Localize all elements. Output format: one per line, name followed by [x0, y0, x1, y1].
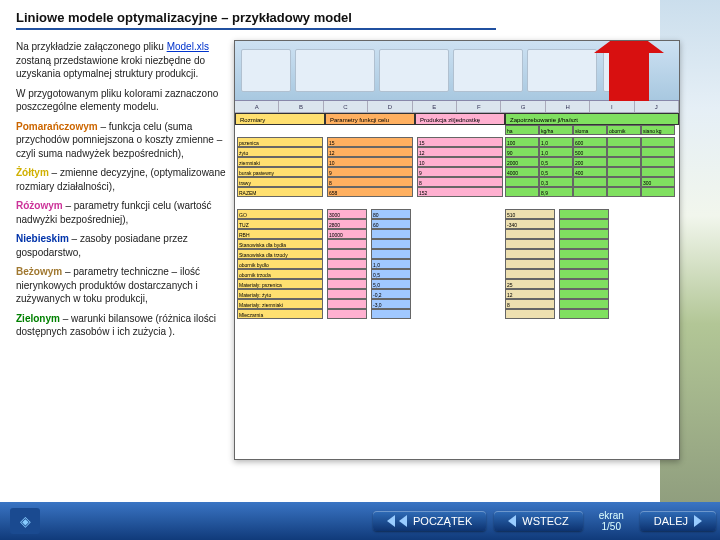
- cell: [641, 147, 675, 157]
- spreadsheet-grid: ABCDEFGHIJ Rozmiary Parametry funkcji ce…: [235, 101, 679, 459]
- cell: [641, 187, 675, 197]
- cell: [573, 177, 607, 187]
- cell: słoma: [573, 125, 607, 135]
- lbl-beige: Beżowym: [16, 266, 62, 277]
- cell: 658: [327, 187, 413, 197]
- cell: [327, 309, 367, 319]
- cell: 10000: [327, 229, 367, 239]
- cell: 80: [371, 209, 411, 219]
- intro-b: zostaną przedstawione kroki niezbędne do…: [16, 55, 205, 80]
- cell: [505, 239, 555, 249]
- body-text: Na przykładzie załączonego pliku Model.x…: [16, 40, 226, 345]
- cell: 9: [327, 167, 413, 177]
- cell: RBH: [237, 229, 323, 239]
- excel-screenshot: ABCDEFGHIJ Rozmiary Parametry funkcji ce…: [234, 40, 680, 460]
- cell: [607, 157, 641, 167]
- cell: 8: [505, 299, 555, 309]
- back-icon: [508, 515, 516, 527]
- cell: [505, 229, 555, 239]
- cell: [607, 187, 641, 197]
- cell: 25: [505, 279, 555, 289]
- nav-back-button[interactable]: WSTECZ: [494, 511, 582, 531]
- cell: 100: [505, 137, 539, 147]
- ekran-label: ekran: [599, 510, 624, 521]
- cell: 2800: [327, 219, 367, 229]
- cell: 152: [417, 187, 503, 197]
- page-number: 1/50: [599, 521, 624, 532]
- cell: [607, 137, 641, 147]
- nav-next-label: DALEJ: [654, 515, 688, 527]
- model-link[interactable]: Model.xls: [167, 41, 209, 52]
- ribbon-group: [453, 49, 523, 92]
- cell: [559, 279, 609, 289]
- cell: [641, 157, 675, 167]
- cell: 15: [327, 137, 413, 147]
- cell: 3000: [327, 209, 367, 219]
- intro-2: W przygotowanym pliku kolorami zaznaczon…: [16, 87, 226, 114]
- cell: TUZ: [237, 219, 323, 229]
- cell: 510: [505, 209, 555, 219]
- nav-next-button[interactable]: DALEJ: [640, 511, 716, 531]
- cell: -340: [505, 219, 555, 229]
- cell: trawy: [237, 177, 323, 187]
- cell: [505, 187, 539, 197]
- cell: [327, 249, 367, 259]
- cell: [327, 289, 367, 299]
- cell: pszenica: [237, 137, 323, 147]
- cell: 1,0: [371, 259, 411, 269]
- cell: obornik: [607, 125, 641, 135]
- cell: 500: [573, 147, 607, 157]
- cell: 0,3: [539, 177, 573, 187]
- nav-back-label: WSTECZ: [522, 515, 568, 527]
- cell: [559, 269, 609, 279]
- cell: Materiały: pszenica: [237, 279, 323, 289]
- cell: Mleczarnia: [237, 309, 323, 319]
- ribbon-group: [527, 49, 597, 92]
- cell: [641, 167, 675, 177]
- cell: [559, 259, 609, 269]
- cell: 12: [505, 289, 555, 299]
- cell: [607, 167, 641, 177]
- nav-start-button[interactable]: POCZĄTEK: [373, 511, 486, 531]
- cell: [505, 177, 539, 187]
- cell: [371, 239, 411, 249]
- cell: 8: [417, 177, 503, 187]
- cell: 1,0: [539, 147, 573, 157]
- cell: 400: [573, 167, 607, 177]
- cell: 1,0: [539, 137, 573, 147]
- lbl-blue: Niebieskim: [16, 233, 69, 244]
- cell: -3,0: [371, 299, 411, 309]
- cell: 9: [417, 167, 503, 177]
- cell: [371, 229, 411, 239]
- cell: 0,5: [539, 157, 573, 167]
- cell: [505, 259, 555, 269]
- cell: 200: [573, 157, 607, 167]
- cell: 5,0: [371, 279, 411, 289]
- cell: [559, 289, 609, 299]
- cell: 8,9: [539, 187, 573, 197]
- nav-bar: ◈ POCZĄTEK WSTECZ ekran 1/50 DALEJ: [0, 502, 720, 540]
- cell: [559, 309, 609, 319]
- cell: [327, 269, 367, 279]
- cell: Materiały: ziemniaki: [237, 299, 323, 309]
- zone-green: Zapotrzebowanie jl/ha/szt: [505, 113, 679, 125]
- cell: [641, 137, 675, 147]
- cell: [559, 229, 609, 239]
- cell: [505, 309, 555, 319]
- cell: [559, 209, 609, 219]
- page-indicator: ekran 1/50: [599, 510, 624, 532]
- cell: [371, 309, 411, 319]
- zone-pink: Produkcja zł/jednostkę: [415, 113, 505, 125]
- cell: 0,5: [539, 167, 573, 177]
- cell: 15: [417, 137, 503, 147]
- logo-icon[interactable]: ◈: [10, 508, 40, 534]
- cell: [505, 269, 555, 279]
- cell: burak pastewny: [237, 167, 323, 177]
- cell: -0,2: [371, 289, 411, 299]
- cell: 60: [371, 219, 411, 229]
- zone-orange: Parametry funkcji celu: [325, 113, 415, 125]
- lbl-green: Zielonym: [16, 313, 60, 324]
- lbl-pink: Różowym: [16, 200, 63, 211]
- cell: [505, 249, 555, 259]
- cell: 600: [573, 137, 607, 147]
